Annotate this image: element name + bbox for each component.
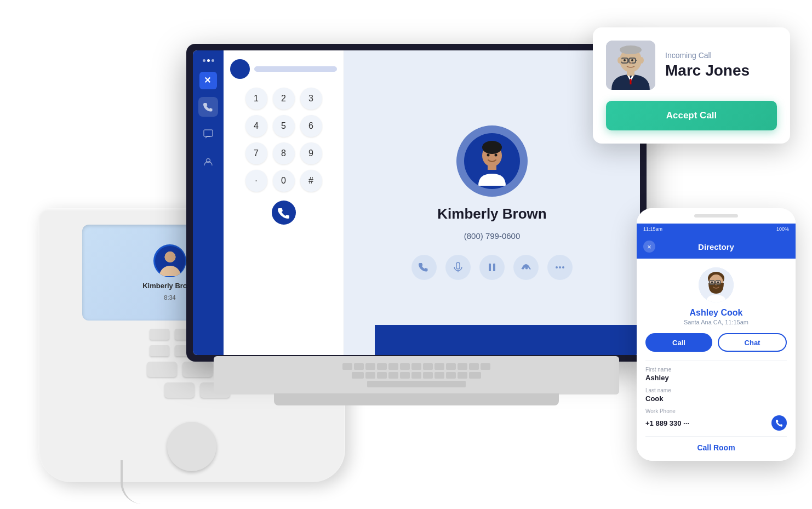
contact-card: Kimberly Brown (800) 799-0600 bbox=[411, 125, 573, 280]
mobile-call-room-button[interactable]: Call Room bbox=[645, 443, 787, 452]
svg-rect-14 bbox=[489, 264, 491, 271]
kb-key[interactable] bbox=[423, 372, 433, 379]
accept-call-button[interactable]: Accept Call bbox=[606, 101, 777, 130]
contact-name-large: Kimberly Brown bbox=[437, 205, 546, 222]
app-logo: ✕ bbox=[199, 72, 217, 89]
mobile-battery: 100% bbox=[776, 226, 789, 232]
kb-key[interactable] bbox=[446, 372, 456, 379]
dialpad: 1 2 3 4 5 6 7 8 9 · 0 # bbox=[245, 88, 322, 192]
work-phone-field: Work Phone +1 889 330 ··· bbox=[645, 408, 787, 431]
mobile-directory-title: Directory bbox=[661, 242, 771, 251]
kb-key[interactable] bbox=[481, 363, 490, 370]
svg-point-32 bbox=[639, 57, 644, 64]
mobile-notch bbox=[694, 214, 738, 218]
svg-rect-15 bbox=[493, 264, 495, 271]
contact-phone-large: (800) 799-0600 bbox=[464, 231, 521, 241]
mobile-call-button[interactable]: Call bbox=[645, 333, 712, 352]
svg-rect-8 bbox=[488, 165, 496, 170]
laptop: ✕ bbox=[186, 44, 657, 405]
kb-key[interactable] bbox=[423, 363, 433, 370]
kb-key[interactable] bbox=[352, 372, 364, 379]
dial-key-hash[interactable]: # bbox=[300, 170, 322, 192]
mobile-chat-label: Chat bbox=[745, 339, 760, 347]
kb-key[interactable] bbox=[434, 363, 444, 370]
laptop-base bbox=[274, 393, 559, 405]
kb-key[interactable] bbox=[365, 372, 375, 379]
dial-key-8[interactable]: 8 bbox=[273, 142, 295, 164]
dial-key-3[interactable]: 3 bbox=[300, 88, 322, 110]
svg-point-9 bbox=[482, 141, 502, 154]
call-action-hold[interactable] bbox=[479, 255, 505, 280]
kb-key[interactable] bbox=[377, 363, 387, 370]
kb-key[interactable] bbox=[388, 363, 398, 370]
sidebar-item-contacts[interactable] bbox=[198, 152, 218, 171]
kb-key[interactable] bbox=[469, 372, 481, 379]
popup-caller-name: Marc Jones bbox=[665, 62, 777, 79]
sidebar-item-phone[interactable] bbox=[198, 97, 218, 117]
kb-key[interactable] bbox=[411, 372, 421, 379]
work-phone-value: +1 889 330 ··· bbox=[645, 419, 689, 427]
phone-cord bbox=[121, 460, 186, 504]
kb-key[interactable] bbox=[377, 372, 387, 379]
dial-key-1[interactable]: 1 bbox=[245, 88, 267, 110]
dial-key-2[interactable]: 2 bbox=[273, 88, 295, 110]
call-action-phone[interactable] bbox=[411, 255, 437, 280]
sidebar-dots bbox=[203, 59, 214, 62]
kb-spacebar[interactable] bbox=[367, 381, 466, 387]
svg-point-18 bbox=[562, 266, 564, 268]
dial-key-dot[interactable]: · bbox=[245, 170, 267, 192]
kb-key[interactable] bbox=[342, 363, 352, 370]
kb-key[interactable] bbox=[469, 363, 479, 370]
sidebar-dot bbox=[211, 59, 214, 62]
mobile-chat-button[interactable]: Chat bbox=[718, 333, 787, 352]
popup-caller-avatar bbox=[606, 41, 655, 90]
mobile-panel: 11:15am 100% × Directory bbox=[637, 208, 796, 461]
mobile-contact-location: Santa Ana CA, 11:15am bbox=[645, 319, 787, 325]
monitor-screen: ✕ bbox=[193, 50, 640, 355]
sidebar-dot-active bbox=[207, 59, 210, 62]
phone-btn-large[interactable] bbox=[147, 362, 177, 377]
mobile-header: × Directory bbox=[637, 235, 796, 259]
mobile-close-button[interactable]: × bbox=[643, 241, 655, 253]
close-icon: × bbox=[647, 243, 651, 251]
svg-point-11 bbox=[495, 154, 498, 157]
dial-key-0[interactable]: 0 bbox=[273, 170, 295, 192]
dial-call-button[interactable] bbox=[272, 201, 296, 225]
mobile-status-bar: 11:15am 100% bbox=[637, 224, 796, 235]
kb-key[interactable] bbox=[365, 363, 375, 370]
phone-btn[interactable] bbox=[150, 345, 169, 356]
work-phone-label: Work Phone bbox=[645, 408, 787, 414]
mobile-body: Ashley Cook Santa Ana CA, 11:15am Call C… bbox=[637, 259, 796, 461]
laptop-keyboard bbox=[214, 356, 619, 394]
kb-key[interactable] bbox=[458, 363, 467, 370]
kb-key[interactable] bbox=[411, 363, 421, 370]
call-action-more[interactable] bbox=[547, 255, 573, 280]
call-action-end[interactable] bbox=[513, 255, 539, 280]
scene: Kimberly Brown 8:34 bbox=[0, 0, 812, 509]
svg-point-16 bbox=[556, 266, 558, 268]
svg-point-23 bbox=[620, 45, 642, 54]
last-name-label: Last name bbox=[645, 387, 787, 393]
svg-text:✕: ✕ bbox=[204, 76, 211, 85]
popup-text: Incoming Call Marc Jones bbox=[665, 51, 777, 79]
kb-key[interactable] bbox=[400, 363, 410, 370]
kb-key[interactable] bbox=[400, 372, 410, 379]
dial-key-6[interactable]: 6 bbox=[300, 115, 322, 137]
mobile-time: 11:15am bbox=[643, 226, 662, 232]
call-action-mute[interactable] bbox=[445, 255, 471, 280]
kb-key[interactable] bbox=[434, 372, 444, 379]
kb-key[interactable] bbox=[458, 372, 467, 379]
first-name-field: First name Ashley bbox=[645, 367, 787, 382]
mobile-call-label: Call bbox=[672, 339, 685, 347]
mobile-contact-avatar bbox=[699, 267, 734, 302]
kb-key[interactable] bbox=[388, 372, 398, 379]
sidebar-item-messages[interactable] bbox=[198, 124, 218, 144]
kb-key[interactable] bbox=[446, 363, 456, 370]
phone-btn[interactable] bbox=[150, 329, 169, 340]
dial-key-5[interactable]: 5 bbox=[273, 115, 295, 137]
kb-key[interactable] bbox=[354, 363, 364, 370]
dial-key-7[interactable]: 7 bbox=[245, 142, 267, 164]
dial-key-4[interactable]: 4 bbox=[245, 115, 267, 137]
dial-key-9[interactable]: 9 bbox=[300, 142, 322, 164]
work-phone-call-button[interactable] bbox=[771, 415, 787, 431]
